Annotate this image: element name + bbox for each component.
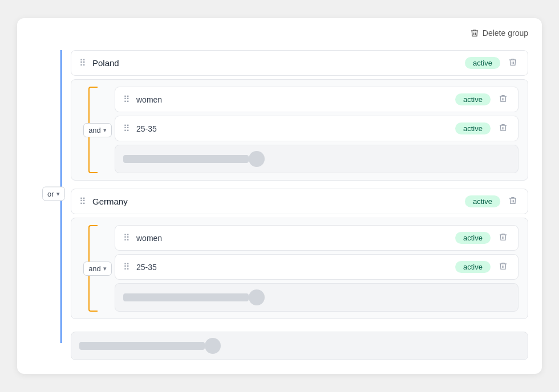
or-button[interactable]: or ▾ xyxy=(42,187,65,201)
main-card: Delete group or ▾ ⠿ Poland active xyxy=(17,18,542,374)
trash-icon xyxy=(499,262,508,271)
chevron-down-icon: ▾ xyxy=(56,190,60,198)
add-condition-bar-germany xyxy=(123,293,249,301)
and-label-germany: and xyxy=(88,264,101,273)
delete-group-label: Delete group xyxy=(483,28,528,38)
sub-conditions-germany: and ▾ ⠿ women active xyxy=(71,218,528,319)
add-condition-button-germany[interactable] xyxy=(249,289,265,305)
condition-name-women-germany: women xyxy=(136,234,455,243)
delete-group-button[interactable]: Delete group xyxy=(470,28,528,38)
condition-name-age-poland: 25-35 xyxy=(136,124,455,133)
trash-icon xyxy=(470,28,479,38)
condition-age-germany: ⠿ 25-35 active xyxy=(115,254,519,280)
group-germany-name: Germany xyxy=(92,197,465,206)
or-connector: or ▾ xyxy=(42,187,65,201)
add-condition-row-germany xyxy=(115,283,519,312)
delete-age-germany-button[interactable] xyxy=(496,260,510,273)
and-button-poland[interactable]: and ▾ xyxy=(83,123,112,137)
or-label: or xyxy=(47,190,54,198)
trash-icon-poland xyxy=(508,58,517,67)
status-badge-women-germany: active xyxy=(455,232,491,244)
add-group-bar xyxy=(79,342,205,350)
trash-icon xyxy=(499,123,508,132)
drag-handle-age-germany[interactable]: ⠿ xyxy=(123,262,131,272)
chevron-down-icon-and-poland: ▾ xyxy=(103,126,107,134)
and-label-poland: and xyxy=(88,126,101,134)
status-badge-germany: active xyxy=(465,195,500,207)
condition-name-women-poland: women xyxy=(136,95,455,104)
drag-handle-germany[interactable]: ⠿ xyxy=(79,196,87,207)
delete-age-poland-button[interactable] xyxy=(496,122,510,135)
status-badge-poland: active xyxy=(465,57,500,69)
group-germany-header: ⠿ Germany active xyxy=(71,189,528,214)
group-poland-name: Poland xyxy=(92,58,465,68)
conditions-list-poland: ⠿ women active ⠿ xyxy=(115,87,519,173)
drag-handle-women-germany[interactable]: ⠿ xyxy=(123,232,131,243)
drag-handle-women-poland[interactable]: ⠿ xyxy=(123,94,131,105)
group-poland-header: ⠿ Poland active xyxy=(71,50,528,76)
add-condition-bar-poland xyxy=(123,155,249,163)
delete-women-poland-button[interactable] xyxy=(496,93,510,106)
conditions-list-germany: ⠿ women active ⠿ xyxy=(115,225,519,312)
add-group-row xyxy=(71,332,528,360)
delete-poland-button[interactable] xyxy=(506,56,520,70)
status-badge-women-poland: active xyxy=(455,93,491,105)
and-connector-poland: and ▾ xyxy=(80,87,115,173)
delete-germany-button[interactable] xyxy=(506,195,520,208)
delete-women-germany-button[interactable] xyxy=(496,231,510,244)
condition-name-age-germany: 25-35 xyxy=(136,263,455,272)
condition-women-germany: ⠿ women active xyxy=(115,225,519,251)
add-group-button[interactable] xyxy=(205,338,221,354)
and-button-germany[interactable]: and ▾ xyxy=(83,262,112,276)
drag-handle-age-poland[interactable]: ⠿ xyxy=(123,123,131,134)
trash-icon xyxy=(499,232,508,242)
trash-icon xyxy=(499,94,508,103)
group-poland: ⠿ Poland active xyxy=(71,50,528,181)
condition-women-poland: ⠿ women active xyxy=(115,87,519,112)
add-condition-row-poland xyxy=(115,145,519,173)
drag-handle-poland[interactable]: ⠿ xyxy=(79,58,87,68)
and-connector-germany: and ▾ xyxy=(80,225,115,312)
status-badge-age-poland: active xyxy=(455,122,491,134)
trash-icon-germany xyxy=(508,196,517,205)
group-germany: ⠿ Germany active an xyxy=(71,189,528,319)
add-condition-button-poland[interactable] xyxy=(249,151,265,167)
condition-age-poland: ⠿ 25-35 active xyxy=(115,116,519,141)
chevron-down-icon-and-germany: ▾ xyxy=(103,265,107,272)
sub-conditions-poland: and ▾ ⠿ women active xyxy=(71,79,528,181)
main-content: or ▾ ⠿ Poland active xyxy=(31,50,528,360)
status-badge-age-germany: active xyxy=(455,261,491,273)
